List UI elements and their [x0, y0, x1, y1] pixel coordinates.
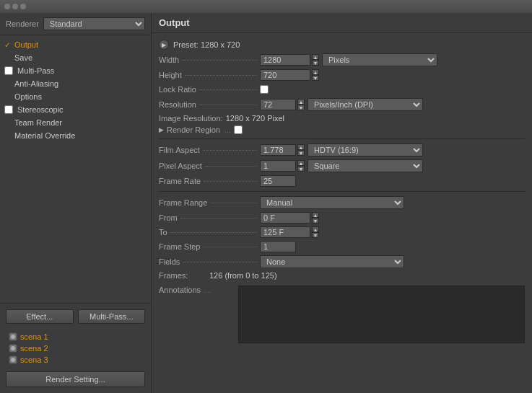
- dots: [199, 105, 257, 105]
- frame-range-select[interactable]: Manual: [260, 196, 404, 209]
- height-label: Height: [159, 71, 260, 79]
- resolution-up-arrow[interactable]: ▲: [297, 99, 305, 105]
- render-region-arrow[interactable]: ▶: [159, 126, 164, 133]
- frames-value: 126 (from 0 to 125): [209, 271, 277, 280]
- width-label: Width: [159, 56, 260, 64]
- scene-item-1[interactable]: scena 1: [6, 331, 145, 343]
- dots: [180, 218, 257, 218]
- nav-item-label: Save: [14, 53, 32, 62]
- sidebar-item-save[interactable]: Save: [0, 51, 151, 64]
- to-value: 125 F ▲ ▼: [260, 226, 525, 238]
- resolution-value: 72 ▲ ▼ Pixels/Inch (DPI): [260, 98, 525, 111]
- frame-range-value: Manual: [260, 196, 525, 209]
- film-aspect-up[interactable]: ▲: [297, 144, 305, 150]
- pixel-aspect-up[interactable]: ▲: [297, 160, 305, 166]
- stereoscopic-checkbox[interactable]: [4, 105, 13, 114]
- height-down-arrow[interactable]: ▼: [312, 75, 319, 81]
- annotations-box[interactable]: [238, 286, 525, 343]
- to-input[interactable]: 125 F: [260, 226, 310, 238]
- renderer-select[interactable]: Standard: [43, 17, 145, 30]
- scene-item-3[interactable]: scena 3: [6, 354, 145, 366]
- resolution-row: Resolution 72 ▲ ▼ Pixels/Inch (DPI): [159, 97, 525, 112]
- scene-name-1: scena 1: [20, 332, 48, 341]
- film-aspect-input[interactable]: 1.778: [260, 144, 296, 156]
- to-label: To: [159, 228, 260, 237]
- frame-step-input[interactable]: 1: [260, 241, 296, 252]
- dots: [199, 89, 257, 90]
- bottom-buttons: Effect... Multi-Pass...: [6, 309, 145, 324]
- nav-item-label: Team Render: [14, 118, 62, 127]
- film-aspect-down[interactable]: ▼: [297, 150, 305, 156]
- film-aspect-unit-select[interactable]: HDTV (16:9): [308, 143, 423, 156]
- frame-step-label: Frame Step: [159, 242, 260, 251]
- effect-button[interactable]: Effect...: [6, 309, 74, 324]
- height-input[interactable]: 720: [260, 69, 310, 81]
- nav-item-label: Multi-Pass: [17, 66, 54, 75]
- height-up-arrow[interactable]: ▲: [312, 69, 319, 75]
- fields-select[interactable]: None: [260, 255, 404, 268]
- height-spinner: ▲ ▼: [312, 69, 319, 81]
- dots: [210, 203, 257, 203]
- frame-step-row: Frame Step 1: [159, 239, 525, 254]
- frame-step-value: 1: [260, 241, 525, 252]
- preset-play-button[interactable]: ▶: [159, 40, 169, 50]
- lock-ratio-checkbox[interactable]: [260, 85, 269, 94]
- from-input[interactable]: 0 F: [260, 212, 310, 224]
- separator1: [159, 138, 525, 139]
- render-setting-button[interactable]: Render Setting...: [6, 371, 145, 387]
- width-input[interactable]: 1280: [260, 54, 310, 66]
- pixel-aspect-unit-select[interactable]: Square: [308, 159, 423, 172]
- multipass-checkbox[interactable]: [4, 66, 13, 75]
- nav-list: ✓ Output Save Multi-Pass Anti-Aliasing O…: [0, 35, 151, 303]
- from-down[interactable]: ▼: [312, 218, 319, 224]
- width-down-arrow[interactable]: ▼: [312, 60, 319, 66]
- dots: [183, 262, 257, 262]
- pixel-aspect-down[interactable]: ▼: [297, 166, 305, 172]
- image-resolution-label: Image Resolution:: [159, 114, 223, 123]
- panel-title: Output: [152, 13, 532, 33]
- render-region-checkbox[interactable]: [234, 125, 243, 134]
- sidebar-item-stereoscopic[interactable]: Stereoscopic: [0, 103, 151, 116]
- frame-rate-label: Frame Rate: [159, 177, 260, 185]
- frame-rate-value: 25: [260, 175, 525, 187]
- resolution-down-arrow[interactable]: ▼: [297, 105, 305, 110]
- pixel-aspect-label: Pixel Aspect: [159, 162, 260, 170]
- sidebar-item-teamrender[interactable]: Team Render: [0, 116, 151, 129]
- render-region-dots: ...: [224, 125, 231, 134]
- from-up[interactable]: ▲: [312, 212, 319, 218]
- width-up-arrow[interactable]: ▲: [312, 54, 319, 60]
- width-unit-select[interactable]: Pixels: [322, 53, 437, 66]
- lock-ratio-row: Lock Ratio: [159, 82, 525, 97]
- title-bar: [0, 0, 532, 13]
- check-mark: ✓: [4, 41, 10, 49]
- frame-rate-input[interactable]: 25: [260, 175, 296, 187]
- scene-name-3: scena 3: [20, 356, 48, 364]
- sidebar-item-materialoverride[interactable]: Material Override: [0, 129, 151, 142]
- from-row: From 0 F ▲ ▼: [159, 211, 525, 225]
- resolution-label: Resolution: [159, 100, 260, 109]
- sidebar-item-output[interactable]: ✓ Output: [0, 38, 151, 51]
- right-panel: Output ▶ Preset: 1280 x 720 Width 1280 ▲…: [152, 13, 532, 393]
- dots: [204, 181, 257, 182]
- sidebar-item-multipass[interactable]: Multi-Pass: [0, 64, 151, 77]
- multipass-button[interactable]: Multi-Pass...: [78, 309, 146, 324]
- scene-item-2[interactable]: scena 2: [6, 343, 145, 354]
- to-spinner: ▲ ▼: [312, 226, 319, 238]
- resolution-unit-select[interactable]: Pixels/Inch (DPI): [308, 98, 423, 111]
- pixel-aspect-input[interactable]: 1: [260, 160, 296, 172]
- dot2: [12, 4, 18, 9]
- to-down[interactable]: ▼: [312, 232, 319, 238]
- film-aspect-row: Film Aspect 1.778 ▲ ▼ HDTV (16:9): [159, 142, 525, 158]
- sidebar: Renderer Standard ✓ Output Save Multi-Pa…: [0, 13, 152, 393]
- sidebar-item-options[interactable]: Options: [0, 90, 151, 103]
- dot1: [4, 4, 10, 9]
- sidebar-item-antialiasing[interactable]: Anti-Aliasing: [0, 77, 151, 90]
- nav-item-label: Output: [14, 40, 38, 49]
- resolution-spinner: ▲ ▼: [297, 99, 305, 110]
- separator2: [159, 191, 525, 192]
- frame-range-label: Frame Range: [159, 198, 260, 207]
- resolution-input[interactable]: 72: [260, 99, 296, 110]
- to-up[interactable]: ▲: [312, 226, 319, 232]
- pixel-aspect-value: 1 ▲ ▼ Square: [260, 159, 525, 172]
- frames-row: Frames: 126 (from 0 to 125): [159, 270, 525, 281]
